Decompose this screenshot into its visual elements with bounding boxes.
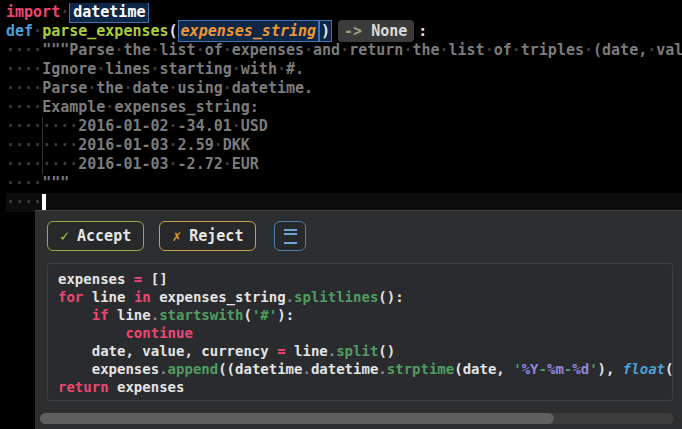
check-icon: ✓ [60,227,69,245]
code-line[interactable]: ····"""Parse·the·list·of·expenses·and·re… [6,41,682,60]
code-line: continue [58,324,662,342]
reject-button-label: Reject [189,227,243,245]
accept-button-label: Accept [77,227,131,245]
code-line[interactable]: def·parse_expenses(expenses_string)-> No… [6,22,682,41]
copilot-suggestion-panel: ✓ Accept ✗ Reject expenses = []for line … [35,210,682,429]
horizontal-scrollbar[interactable] [40,413,674,424]
x-icon: ✗ [172,227,181,245]
code-line[interactable]: ····""" [6,174,682,193]
code-line: date, value, currency = line.split() [58,342,662,360]
code-line: for line in expenses_string.splitlines()… [58,288,662,306]
text-caret [42,194,46,210]
code-line[interactable]: ····Parse·the·date·using·datetime. [6,79,682,98]
code-line: return expenses [58,378,662,396]
code-line[interactable]: ········2016-01-02·-34.01·USD [6,117,682,136]
editor[interactable]: import·datetimedef·parse_expenses(expens… [6,3,682,212]
indent-guide [42,117,43,174]
code-line[interactable]: ····Example·expenses_string: [6,98,682,117]
code-line[interactable]: ········2016-01-03·2.59·DKK [6,136,682,155]
suggestion-code-block: expenses = []for line in expenses_string… [47,263,673,401]
code-line: expenses = [] [58,270,662,288]
hamburger-icon [284,229,297,244]
suggestion-actions: ✓ Accept ✗ Reject [47,221,682,251]
code-line: if line.startswith('#'): [58,306,662,324]
accept-button[interactable]: ✓ Accept [47,221,144,251]
code-line: expenses.append((datetime.datetime.strpt… [58,360,662,378]
suggestion-menu-button[interactable] [274,221,306,251]
code-line[interactable]: ········2016-01-03·-2.72·EUR [6,155,682,174]
scrollbar-thumb[interactable] [40,413,554,424]
reject-button[interactable]: ✗ Reject [159,221,256,251]
code-line[interactable]: ····Ignore·lines·starting·with·#. [6,60,682,79]
